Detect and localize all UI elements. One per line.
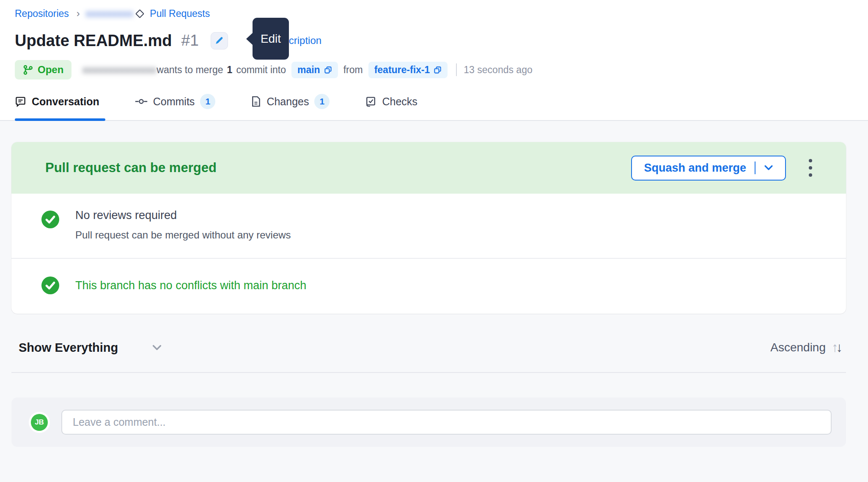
edit-description-link-partial[interactable]: scription	[284, 35, 321, 47]
pencil-icon	[214, 36, 224, 45]
status-badge: Open	[15, 60, 71, 79]
check-texts: This branch has no conflicts with main b…	[75, 279, 306, 292]
tab-checks-label: Checks	[382, 96, 417, 108]
sort-toggle[interactable]: Ascending ↑↓	[770, 340, 843, 355]
author-name-redacted[interactable]: xxxxxxxxxxxxxx	[82, 64, 157, 76]
commit-icon	[135, 97, 148, 106]
diamond-icon	[135, 9, 144, 18]
pr-tabs: Conversation Commits 1 Changes 1 Checks	[0, 94, 868, 121]
tab-changes-count-badge: 1	[314, 94, 330, 109]
breadcrumb-repo-name-redacted[interactable]: xxxxxxxxx	[86, 8, 134, 19]
speech-bubble-icon	[15, 96, 26, 107]
pr-number: #1	[181, 32, 199, 49]
pr-status-row: Open xxxxxxxxxxxxxx wants to merge 1 com…	[15, 60, 868, 79]
edit-title-button[interactable]	[211, 32, 228, 49]
kebab-menu-icon[interactable]	[806, 156, 815, 179]
file-icon	[251, 96, 261, 107]
sort-arrow-down: ↓	[836, 340, 843, 355]
created-time: 13 seconds ago	[464, 64, 532, 76]
from-text: from	[343, 64, 363, 76]
sort-label: Ascending	[770, 341, 826, 354]
merge-panel: Pull request can be merged Squash and me…	[11, 142, 846, 194]
commit-count: 1	[227, 64, 233, 76]
tab-conversation[interactable]: Conversation	[15, 94, 103, 120]
merge-sentence-part1: wants to merge	[157, 64, 223, 76]
chevron-down-icon[interactable]	[764, 165, 773, 171]
squash-and-merge-button[interactable]: Squash and merge	[631, 156, 786, 181]
merge-button-divider	[755, 162, 755, 174]
base-branch-name: main	[297, 64, 320, 76]
status-divider	[456, 63, 457, 76]
pr-title: Update README.md	[15, 32, 172, 50]
checklist-icon	[365, 96, 376, 107]
check-circle-icon	[41, 211, 59, 228]
head-branch-badge[interactable]: feature-fix-1	[368, 62, 448, 78]
edit-tooltip: Edit	[253, 18, 289, 60]
check-subtitle: Pull request can be merged without any r…	[75, 229, 291, 241]
timeline-controls: Show Everything Ascending ↑↓	[19, 340, 843, 355]
squash-and-merge-label: Squash and merge	[644, 162, 746, 175]
status-badge-label: Open	[38, 64, 63, 76]
merge-status-card: Pull request can be merged Squash and me…	[11, 142, 846, 314]
merge-panel-heading: Pull request can be merged	[45, 160, 217, 175]
breadcrumb-pull-requests-link[interactable]: Pull Requests	[150, 8, 210, 19]
tab-changes-label: Changes	[266, 96, 309, 108]
edit-tooltip-label: Edit	[261, 32, 281, 46]
pull-request-icon	[23, 65, 33, 75]
copy-icon[interactable]	[434, 66, 442, 74]
check-row-conflicts: This branch has no conflicts with main b…	[11, 259, 846, 314]
merge-sentence: wants to merge 1 commit into main from f…	[157, 62, 449, 78]
pr-title-row: Update README.md #1 scription Edit	[15, 29, 868, 52]
check-circle-icon	[41, 277, 59, 294]
tab-checks[interactable]: Checks	[365, 94, 420, 120]
filter-dropdown[interactable]: Show Everything	[19, 341, 162, 355]
sort-arrows-icon: ↑↓	[832, 340, 843, 355]
breadcrumb-separator: ›	[77, 8, 80, 19]
check-texts: No reviews required Pull request can be …	[75, 209, 291, 241]
check-title: This branch has no conflicts with main b…	[75, 279, 306, 292]
base-branch-badge[interactable]: main	[291, 62, 338, 78]
tab-commits[interactable]: Commits 1	[135, 94, 219, 120]
comment-panel: JB	[11, 397, 846, 447]
merge-sentence-part2: commit into	[236, 64, 286, 76]
copy-icon[interactable]	[324, 66, 332, 74]
tab-changes[interactable]: Changes 1	[251, 94, 333, 120]
avatar: JB	[31, 414, 48, 431]
check-row-reviews: No reviews required Pull request can be …	[11, 194, 846, 259]
breadcrumb: Repositories › xxxxxxxxx Pull Requests	[15, 8, 868, 19]
timeline-divider	[11, 372, 846, 373]
merge-actions: Squash and merge	[631, 156, 815, 181]
tab-commits-count-badge: 1	[200, 94, 215, 109]
pr-conversation-content: Pull request can be merged Squash and me…	[0, 121, 868, 447]
filter-dropdown-label: Show Everything	[19, 341, 118, 355]
chevron-down-icon	[152, 345, 162, 351]
comment-input[interactable]	[61, 410, 832, 435]
page-header: Repositories › xxxxxxxxx Pull Requests U…	[0, 0, 868, 121]
tab-commits-label: Commits	[153, 96, 195, 108]
breadcrumb-repositories-link[interactable]: Repositories	[15, 8, 69, 19]
check-title: No reviews required	[75, 209, 291, 222]
tab-conversation-label: Conversation	[32, 96, 99, 108]
head-branch-name: feature-fix-1	[374, 64, 430, 76]
